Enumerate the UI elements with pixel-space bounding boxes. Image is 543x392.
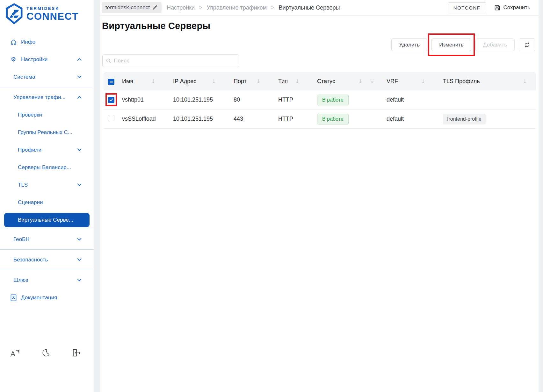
sort-icon[interactable]: ↓ xyxy=(295,78,300,84)
tls-profile-pill: frontend-profile xyxy=(443,114,486,125)
breadcrumb-virtual-servers: Виртуальные Серверы xyxy=(279,4,340,11)
sidebar-divider xyxy=(0,229,94,229)
filter-icon[interactable] xyxy=(370,80,374,83)
sidebar-item-label: Виртуальные Серве... xyxy=(18,217,73,223)
sidebar-item-label: ГеоБН xyxy=(13,236,29,243)
refresh-icon xyxy=(524,41,531,48)
page-title: Виртуальные Серверы xyxy=(102,21,539,31)
sort-icon[interactable]: ↓ xyxy=(523,78,527,84)
cell-ip-address: 10.101.251.195 xyxy=(173,96,234,103)
edit-button[interactable]: Изменить xyxy=(431,38,471,51)
chevron-down-icon xyxy=(77,279,82,282)
sidebar-item-label: Управление трафи... xyxy=(13,94,66,101)
sidebar-item-gateway[interactable]: Шлюз xyxy=(0,271,94,289)
breadcrumb-settings[interactable]: Настройки xyxy=(167,4,195,11)
sidebar-item-profiles[interactable]: Профили xyxy=(0,141,94,159)
select-all-cell xyxy=(104,77,122,85)
sidebar-item-label: Документация xyxy=(21,295,57,301)
cell-ip-address: 10.101.251.195 xyxy=(173,116,234,122)
sidebar-item-info[interactable]: Инфо xyxy=(0,33,94,51)
column-header-port: Порт↓ xyxy=(234,78,278,85)
sidebar-item-geobn[interactable]: ГеоБН xyxy=(0,231,94,248)
cell-vrf: default xyxy=(387,116,443,122)
sidebar-item-virtual-servers[interactable]: Виртуальные Серве... xyxy=(4,213,90,227)
table-body: vshttp01 10.101.251.195 80 HTTP В работе… xyxy=(104,90,536,129)
cell-vrf: default xyxy=(387,96,443,103)
pencil-icon[interactable] xyxy=(153,5,158,10)
row-checkbox[interactable] xyxy=(108,115,114,121)
row-checkbox[interactable] xyxy=(108,97,114,103)
sidebar: TERMIDESK CONNECT Инфо⚙НастройкиСистемаУ… xyxy=(0,0,94,392)
logout-button[interactable] xyxy=(72,349,81,358)
refresh-button[interactable] xyxy=(519,38,535,51)
sidebar-item-scenarios[interactable]: Сценарии xyxy=(0,194,94,211)
actions-toolbar: Удалить Изменить Добавить xyxy=(100,38,535,51)
cell-status: В работе xyxy=(317,95,387,105)
sidebar-item-balancer-servers[interactable]: Серверы Балансир... xyxy=(0,159,94,176)
brand-logo[interactable]: TERMIDESK CONNECT xyxy=(0,0,94,24)
sort-icon[interactable]: ↓ xyxy=(256,78,261,84)
device-name-pill[interactable]: termidesk-connect xyxy=(102,2,162,13)
brand-line1: TERMIDESK xyxy=(26,6,79,11)
sidebar-item-label: Группы Реальных С... xyxy=(18,129,72,136)
chevron-up-icon xyxy=(77,96,82,99)
brand-wordmark: TERMIDESK CONNECT xyxy=(26,6,79,21)
add-button[interactable]: Добавить xyxy=(475,38,515,51)
sidebar-item-checks[interactable]: Проверки xyxy=(0,106,94,124)
sidebar-item-system[interactable]: Система xyxy=(0,68,94,86)
chevron-down-icon xyxy=(77,258,82,261)
sort-icon[interactable]: ↓ xyxy=(421,78,425,84)
sidebar-divider xyxy=(0,249,94,250)
search-input[interactable] xyxy=(102,54,239,67)
sort-icon[interactable]: ↓ xyxy=(151,78,156,84)
table-row-vshttp01[interactable]: vshttp01 10.101.251.195 80 HTTP В работе… xyxy=(104,90,536,110)
column-header-status: Статус ↓ xyxy=(317,78,387,85)
virtual-servers-table: Имя↓ IP Адрес↓ Порт↓ Тип↓ Статус ↓ xyxy=(104,72,536,129)
search xyxy=(102,54,239,67)
select-all-checkbox[interactable] xyxy=(108,79,114,85)
breadcrumb: Настройки > Управление трафиком > Виртуа… xyxy=(167,4,340,11)
language-button[interactable] xyxy=(10,349,20,358)
moon-button[interactable] xyxy=(42,349,50,358)
sidebar-item-label: TLS xyxy=(18,182,28,188)
language-icon xyxy=(10,349,20,358)
sidebar-divider xyxy=(0,87,94,87)
breadcrumb-traffic-management[interactable]: Управление трафиком xyxy=(207,4,267,11)
sidebar-item-label: Безопасность xyxy=(13,257,48,263)
sidebar-footer xyxy=(0,349,94,358)
column-header-ip: IP Адрес↓ xyxy=(173,78,234,85)
sidebar-item-label: Серверы Балансир... xyxy=(18,164,71,171)
topbar: termidesk-connect Настройки > Управление… xyxy=(100,0,539,16)
sidebar-item-settings[interactable]: ⚙Настройки xyxy=(0,51,94,68)
sidebar-item-documentation[interactable]: Документация xyxy=(0,289,94,306)
chevron-down-icon xyxy=(77,238,82,241)
sidebar-item-tls[interactable]: TLS xyxy=(0,176,94,194)
status-badge: В работе xyxy=(317,114,349,125)
sort-icon[interactable]: ↓ xyxy=(212,78,216,84)
save-icon xyxy=(494,4,501,11)
delete-button[interactable]: Удалить xyxy=(391,38,427,51)
sidebar-item-label: Профили xyxy=(18,147,41,153)
chevron-down-icon xyxy=(77,75,82,78)
status-badge-notconf[interactable]: NOTCONF xyxy=(448,2,486,13)
cell-type: HTTP xyxy=(278,96,317,103)
gear-icon: ⚙ xyxy=(10,56,17,62)
table-header-row: Имя↓ IP Адрес↓ Порт↓ Тип↓ Статус ↓ xyxy=(104,72,536,90)
sidebar-nav: Инфо⚙НастройкиСистемаУправление трафи...… xyxy=(0,33,94,306)
sort-icon[interactable]: ↓ xyxy=(358,78,363,84)
breadcrumb-separator: > xyxy=(271,5,274,11)
sidebar-item-traffic-management[interactable]: Управление трафи... xyxy=(0,89,94,106)
cell-port: 80 xyxy=(234,96,278,103)
chevron-down-icon xyxy=(77,183,82,186)
save-button[interactable]: Сохранить xyxy=(494,4,530,11)
search-icon xyxy=(106,58,112,64)
cell-status: В работе xyxy=(317,114,387,125)
cell-type: HTTP xyxy=(278,116,317,122)
table-row-vsSSLoffload[interactable]: vsSSLoffload 10.101.251.195 443 HTTP В р… xyxy=(104,110,536,129)
sidebar-item-label: Система xyxy=(13,74,35,80)
sidebar-item-security[interactable]: Безопасность xyxy=(0,251,94,268)
status-badge: В работе xyxy=(317,95,349,105)
logout-icon xyxy=(72,349,81,358)
breadcrumb-separator: > xyxy=(199,5,202,11)
sidebar-item-real-server-groups[interactable]: Группы Реальных С... xyxy=(0,124,94,141)
